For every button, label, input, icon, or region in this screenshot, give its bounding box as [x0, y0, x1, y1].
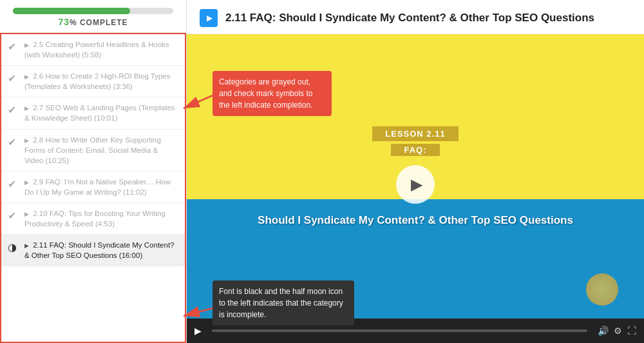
- video-thumbnail[interactable]: LESSON 2.11 FAQ: Should I Syndicate My C…: [187, 34, 644, 318]
- video-icon: ▶: [24, 42, 29, 48]
- video-icon: ▶: [24, 74, 29, 80]
- main-container: 73% COMPLETE ✔ ▶ 2.5 Creating Powerful H…: [0, 0, 644, 343]
- lesson-text: ▶ 2.5 Creating Powerful Headlines & Hook…: [24, 39, 178, 60]
- lesson-list: ✔ ▶ 2.5 Creating Powerful Headlines & Ho…: [0, 33, 186, 343]
- video-controls: ▶ 🔊 ⚙ ⛶: [187, 318, 644, 343]
- half-moon-icon: ◑: [8, 241, 19, 253]
- progress-bar-background: [13, 8, 173, 14]
- content-title: 2.11 FAQ: Should I Syndicate My Content?…: [225, 12, 594, 24]
- lesson-item[interactable]: ✔ ▶ 2.7 SEO Web & Landing Pages (Templat…: [1, 97, 185, 129]
- sidebar: 73% COMPLETE ✔ ▶ 2.5 Creating Powerful H…: [0, 0, 187, 343]
- check-icon: ✔: [8, 104, 19, 116]
- lesson-badge: LESSON 2.11: [372, 126, 458, 141]
- video-icon: ▶: [24, 137, 29, 144]
- fullscreen-icon[interactable]: ⛶: [627, 326, 636, 336]
- video-icon: ▶: [24, 211, 29, 217]
- main-content: 2.11 FAQ: Should I Syndicate My Content?…: [187, 0, 644, 343]
- lesson-text: ▶ 2.7 SEO Web & Landing Pages (Templates…: [24, 103, 178, 123]
- progress-complete-text: % COMPLETE: [70, 18, 128, 27]
- video-icon: ▶: [24, 105, 29, 112]
- video-subtitle: Should I Syndicate My Content? & Other T…: [232, 214, 599, 227]
- title-play-icon: [200, 9, 218, 27]
- video-progress-track[interactable]: [212, 329, 587, 332]
- video-play-button[interactable]: ▶: [194, 326, 202, 336]
- check-icon: ✔: [8, 178, 19, 190]
- lesson-text: ▶ 2.10 FAQ: Tips for Boosting Your Writi…: [24, 208, 178, 229]
- lesson-item[interactable]: ✔ ▶ 2.8 How to Write Other Key Supportin…: [1, 130, 185, 172]
- lesson-item[interactable]: ✔ ▶ 2.5 Creating Powerful Headlines & Ho…: [1, 34, 185, 66]
- video-icon: ▶: [24, 242, 29, 249]
- progress-bar-fill: [13, 8, 130, 14]
- lesson-item[interactable]: ✔ ▶ 2.10 FAQ: Tips for Boosting Your Wri…: [1, 203, 185, 235]
- check-icon: ✔: [8, 136, 19, 148]
- faq-badge: FAQ:: [391, 144, 439, 156]
- lesson-item[interactable]: ✔ ▶ 2.9 FAQ: I'm Not a Native Speaker… H…: [1, 172, 185, 203]
- progress-label: 73% COMPLETE: [13, 17, 173, 27]
- lesson-text: ▶ 2.6 How to Create 2 High-ROI Blog Type…: [24, 71, 178, 92]
- play-button[interactable]: [396, 165, 435, 204]
- volume-icon[interactable]: 🔊: [598, 326, 609, 336]
- lesson-item[interactable]: ✔ ▶ 2.6 How to Create 2 High-ROI Blog Ty…: [1, 66, 185, 97]
- lesson-text-active: ▶ 2.11 FAQ: Should I Syndicate My Conten…: [24, 240, 178, 260]
- lesson-text: ▶ 2.9 FAQ: I'm Not a Native Speaker… How…: [24, 177, 178, 197]
- content-title-bar: 2.11 FAQ: Should I Syndicate My Content?…: [187, 0, 644, 34]
- video-icon: ▶: [24, 179, 29, 186]
- settings-icon[interactable]: ⚙: [614, 326, 622, 336]
- check-icon: ✔: [8, 72, 19, 84]
- video-wrapper: LESSON 2.11 FAQ: Should I Syndicate My C…: [187, 34, 644, 343]
- check-icon: ✔: [8, 41, 19, 53]
- lesson-text: ▶ 2.8 How to Write Other Key Supporting …: [24, 135, 178, 166]
- check-icon: ✔: [8, 210, 19, 222]
- progress-section: 73% COMPLETE: [0, 0, 186, 33]
- lesson-item-active[interactable]: ◑ ▶ 2.11 FAQ: Should I Syndicate My Cont…: [1, 235, 185, 266]
- progress-percent: 73: [58, 17, 70, 27]
